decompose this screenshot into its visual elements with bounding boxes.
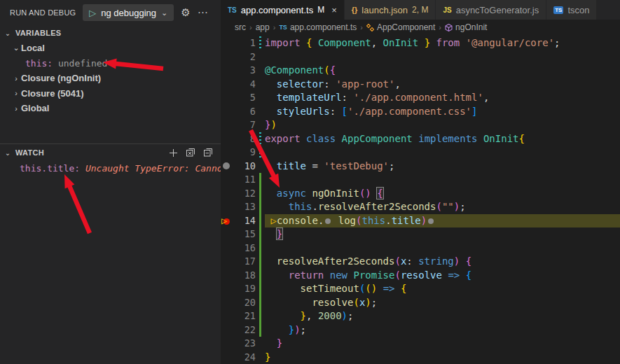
code-line-2[interactable]: 2	[221, 50, 620, 64]
code-line-24[interactable]: 24}	[221, 351, 620, 364]
code-line-20[interactable]: 20 resolve(x);	[221, 296, 620, 310]
code-line-14[interactable]: ▷14 ▷console. log(this.title)	[221, 214, 620, 228]
gutter-glyph[interactable]	[221, 78, 233, 92]
tab-tscon[interactable]: TStscon	[546, 0, 597, 20]
code-line-5[interactable]: 5 templateUrl: './app.component.html',	[221, 91, 620, 105]
token: ,	[394, 78, 400, 90]
token	[265, 78, 277, 90]
inline-breakpoint-dot[interactable]	[325, 218, 331, 224]
code-line-7[interactable]: 7})	[221, 118, 620, 132]
code-line-18[interactable]: 18 return new Promise(resolve => {	[221, 269, 620, 283]
gutter-glyph[interactable]	[221, 64, 233, 78]
line-number: 22	[233, 323, 256, 337]
variables-title: VARIABLES	[15, 29, 61, 37]
gutter-glyph[interactable]	[221, 146, 233, 160]
gutter-glyph[interactable]	[221, 255, 233, 269]
code-line-21[interactable]: 21 }, 2000);	[221, 309, 620, 323]
breadcrumb-item-src[interactable]: src	[235, 22, 246, 32]
gutter-glyph[interactable]	[221, 105, 233, 119]
gutter-glyph[interactable]	[221, 50, 233, 64]
variables-header[interactable]: ⌄ VARIABLES	[0, 25, 221, 41]
breadcrumb-item-app[interactable]: app	[256, 22, 270, 32]
add-expression-icon[interactable]	[167, 147, 179, 158]
code-line-15[interactable]: 15 }	[221, 227, 620, 241]
token: (	[324, 64, 329, 76]
code-line-22[interactable]: 22 });	[221, 323, 620, 337]
code-line-23[interactable]: 23 }	[221, 337, 620, 351]
token: )	[365, 188, 371, 199]
line-number: 13	[233, 200, 256, 214]
code-line-16[interactable]: 16	[221, 241, 620, 255]
gutter-glyph[interactable]	[221, 337, 233, 351]
gutter-glyph[interactable]	[221, 282, 233, 296]
code-line-11[interactable]: 11	[221, 173, 620, 187]
tab-modified-badge: M	[317, 5, 324, 15]
token: }	[265, 351, 270, 363]
scope-label: Closure (ngOnInit)	[21, 73, 101, 83]
chevron-right-icon: ›	[11, 74, 21, 83]
inline-breakpoint-dot[interactable]	[428, 218, 434, 224]
tab-launch.json[interactable]: {}launch.json2, M	[345, 0, 436, 20]
breakpoint-gutter[interactable]	[221, 160, 233, 174]
line-number: 8	[233, 132, 256, 146]
more-actions-icon[interactable]: ⋯	[198, 6, 209, 19]
breakpoint-icon[interactable]	[223, 162, 230, 169]
close-icon[interactable]: ×	[331, 5, 337, 15]
gutter-glyph[interactable]	[221, 241, 233, 255]
code-line-8[interactable]: 8export class AppComponent implements On…	[221, 132, 620, 146]
gutter-glyph[interactable]: ▷	[221, 214, 233, 228]
remove-all-expressions-icon[interactable]	[185, 147, 196, 158]
code-line-10[interactable]: 10 title = 'testDebug';	[221, 160, 620, 174]
code-line-9[interactable]: 9	[221, 146, 620, 160]
code-line-4[interactable]: 4 selector: 'app-root',	[221, 78, 620, 92]
gutter-glyph[interactable]	[221, 351, 233, 364]
token: console	[277, 215, 318, 226]
token: this	[289, 201, 312, 212]
gutter-modified-indicator	[256, 132, 265, 146]
breadcrumb-item-app.component.ts[interactable]: TSapp.component.ts	[279, 22, 357, 32]
token: ;	[371, 297, 377, 308]
gutter-added-indicator	[256, 255, 265, 269]
gutter-glyph[interactable]	[221, 173, 233, 187]
code-line-1[interactable]: 1import { Component, OnInit } from '@ang…	[221, 36, 620, 50]
code-line-12[interactable]: 12 async ngOnInit() {	[221, 187, 620, 201]
breadcrumb-label: app	[256, 22, 270, 32]
debug-config-dropdown[interactable]: ▷ ng debugging ⌄	[83, 4, 174, 21]
watch-expression-row[interactable]: this.title: Uncaught TypeError: Cannot …	[0, 161, 221, 176]
variables-row[interactable]: ›Closure (5041)	[0, 86, 221, 102]
gutter-glyph[interactable]	[221, 309, 233, 323]
gutter-glyph[interactable]	[221, 132, 233, 146]
gutter-glyph[interactable]	[221, 296, 233, 310]
token: implements	[418, 133, 477, 144]
code-line-13[interactable]: 13 this.resolveAfter2Seconds("");	[221, 200, 620, 214]
variables-row[interactable]: ›Global	[0, 101, 221, 116]
breadcrumb-item-ngOnInit[interactable]: ngOnInit	[445, 22, 487, 32]
start-debug-icon[interactable]: ▷	[89, 8, 96, 18]
gutter-glyph[interactable]	[221, 200, 233, 214]
token: )	[454, 255, 460, 267]
gutter-glyph[interactable]	[221, 91, 233, 105]
breadcrumb-item-AppComponent[interactable]: AppComponent	[366, 22, 435, 32]
current-line-breakpoint-icon[interactable]: ▷	[221, 216, 233, 227]
collapse-all-icon[interactable]	[202, 147, 214, 158]
code-editor[interactable]: 1import { Component, OnInit } from '@ang…	[221, 35, 620, 364]
gutter-glyph[interactable]	[221, 227, 233, 241]
code-line-19[interactable]: 19 setTimeout(() => {	[221, 282, 620, 296]
variables-row[interactable]: ⌄Local	[0, 41, 221, 56]
token: }	[301, 310, 306, 321]
gear-icon[interactable]: ⚙	[181, 6, 190, 19]
watch-header[interactable]: ⌄ WATCH	[0, 144, 221, 161]
gutter-glyph[interactable]	[221, 187, 233, 201]
tab-app.component.ts[interactable]: TSapp.component.tsM×	[221, 0, 345, 20]
code-line-6[interactable]: 6 styleUrls: ['./app.component.css']	[221, 105, 620, 119]
vscode-debug-window: RUN AND DEBUG ▷ ng debugging ⌄ ⚙ ⋯ ⌄ VAR…	[0, 0, 620, 364]
gutter-glyph[interactable]	[221, 269, 233, 283]
gutter-glyph[interactable]	[221, 323, 233, 337]
gutter-glyph[interactable]	[221, 118, 233, 132]
variables-row[interactable]: this: undefined	[0, 56, 221, 71]
tab-asyncToGenerator.js[interactable]: JSasyncToGenerator.js	[436, 0, 546, 20]
code-line-17[interactable]: 17 resolveAfter2Seconds(x: string) {	[221, 255, 620, 269]
code-line-3[interactable]: 3@Component({	[221, 64, 620, 78]
variables-row[interactable]: ›Closure (ngOnInit)	[0, 71, 221, 86]
gutter-glyph[interactable]	[221, 36, 233, 50]
